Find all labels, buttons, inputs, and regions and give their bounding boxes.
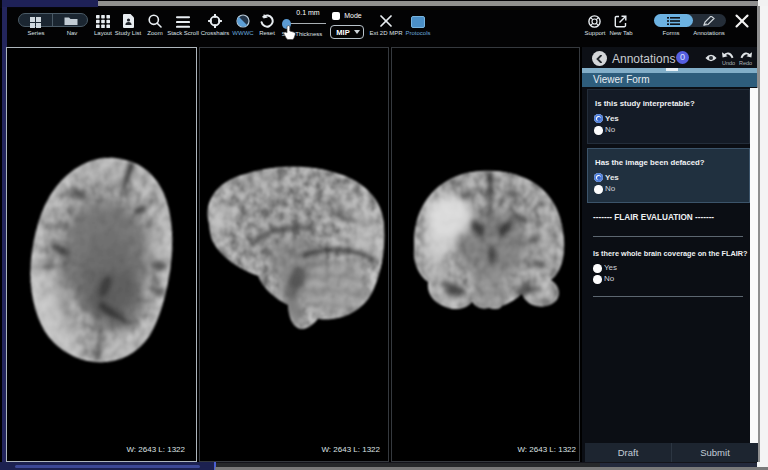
svg-text:W: 2643 L: 1322: W: 2643 L: 1322 xyxy=(321,445,380,454)
svg-text:W: 2643 L: 1322: W: 2643 L: 1322 xyxy=(126,445,185,454)
svg-text:W: 2643 L: 1322: W: 2643 L: 1322 xyxy=(517,445,576,454)
